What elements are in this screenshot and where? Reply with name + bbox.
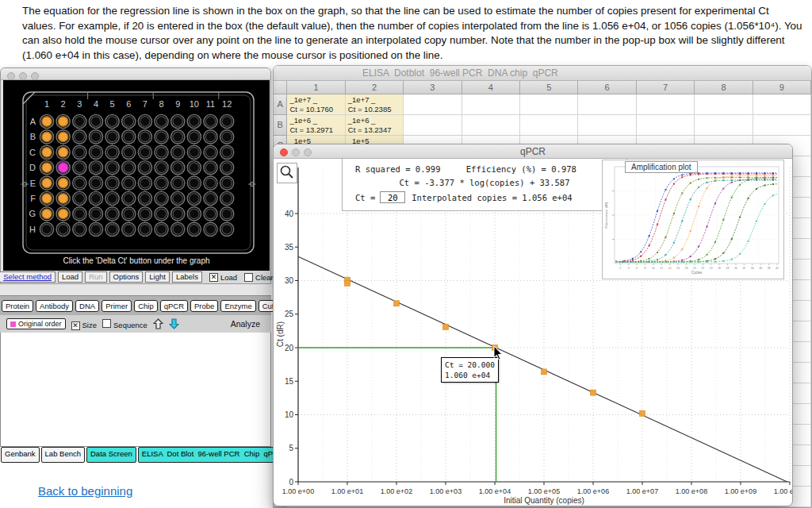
sheet-col-header[interactable]: 5 — [520, 81, 578, 94]
sheet-cell[interactable] — [637, 115, 695, 136]
well-A3[interactable] — [73, 114, 86, 128]
plate-checkbox-clear[interactable]: Clear — [244, 273, 274, 282]
well-H11[interactable] — [204, 222, 217, 236]
screen-tab-data-screen[interactable]: Data Screen — [86, 447, 136, 463]
well-A5[interactable] — [105, 114, 119, 128]
well-F1[interactable] — [40, 191, 53, 205]
sheet-cell[interactable] — [637, 94, 695, 115]
well-F12[interactable] — [220, 191, 234, 205]
plate-graphic[interactable]: 123456789101112ABCDEFGH — [3, 80, 270, 271]
original-order-button[interactable]: Original order — [6, 318, 66, 329]
well-D4[interactable] — [89, 161, 102, 175]
well-G4[interactable] — [89, 207, 102, 221]
well-B12[interactable] — [220, 130, 234, 144]
well-F5[interactable] — [105, 191, 119, 205]
well-C4[interactable] — [89, 145, 102, 159]
tool-button-probe[interactable]: Probe — [190, 300, 218, 312]
well-A11[interactable] — [204, 114, 217, 128]
sheet-cell[interactable] — [695, 115, 753, 136]
well-F2[interactable] — [56, 191, 70, 205]
sheet-col-header[interactable]: 3 — [404, 81, 462, 94]
plate-button-load[interactable]: Load — [58, 271, 82, 283]
well-D1[interactable] — [40, 161, 53, 175]
well-G2[interactable] — [56, 207, 70, 221]
well-A6[interactable] — [122, 114, 136, 128]
well-E11[interactable] — [204, 176, 217, 190]
well-E8[interactable] — [155, 176, 168, 190]
well-E2[interactable] — [56, 176, 70, 190]
sheet-col-header[interactable]: 7 — [637, 81, 695, 94]
zoom-tool-button[interactable] — [277, 163, 297, 183]
well-G11[interactable] — [204, 207, 217, 221]
well-H9[interactable] — [171, 222, 185, 236]
zoom-window-icon[interactable] — [31, 72, 39, 80]
sheet-cell[interactable] — [520, 115, 578, 136]
well-C2[interactable] — [56, 145, 70, 159]
analyze-label[interactable]: Analyze — [231, 319, 260, 329]
sheet-cell[interactable] — [462, 115, 520, 136]
well-H10[interactable] — [187, 222, 201, 236]
well-D8[interactable] — [155, 161, 168, 175]
sheet-cell[interactable] — [520, 94, 578, 115]
well-C12[interactable] — [220, 145, 234, 159]
screen-tab-lab-bench[interactable]: Lab Bench — [41, 447, 85, 463]
well-G6[interactable] — [122, 207, 136, 221]
sequence-checkbox[interactable]: Sequence — [102, 317, 147, 331]
data-point[interactable] — [591, 390, 596, 395]
sheet-row-header[interactable]: B — [274, 115, 287, 136]
well-F11[interactable] — [204, 191, 217, 205]
well-D9[interactable] — [171, 161, 185, 175]
well-H8[interactable] — [155, 222, 168, 236]
sheet-cell[interactable] — [404, 115, 462, 136]
tool-button-chip[interactable]: Chip — [134, 300, 158, 312]
well-H1[interactable] — [40, 222, 53, 236]
well-F9[interactable] — [171, 191, 185, 205]
well-C8[interactable] — [155, 145, 168, 159]
plate-checkbox-load[interactable]: ✕Load — [209, 273, 237, 282]
well-G3[interactable] — [73, 207, 86, 221]
well-G8[interactable] — [155, 207, 168, 221]
plate-button-options[interactable]: Options — [109, 271, 144, 283]
well-H4[interactable] — [89, 222, 102, 236]
tool-button-qpcr[interactable]: qPCR — [160, 300, 188, 312]
well-B3[interactable] — [73, 130, 86, 144]
well-A2[interactable] — [56, 114, 70, 128]
spreadsheet-titlebar[interactable]: ELISA Dotblot 96-well PCR DNA chip qPCR — [274, 66, 811, 81]
sheet-col-header[interactable]: 9 — [753, 81, 811, 94]
close-icon[interactable] — [7, 72, 15, 80]
well-C7[interactable] — [138, 145, 151, 159]
tool-button-protein[interactable]: Protein — [2, 300, 33, 312]
well-E12[interactable] — [220, 176, 234, 190]
well-A4[interactable] — [89, 114, 102, 128]
screen-tab-elisa-dot-blot-96-well-pcr-chip-qpcr[interactable]: ELISA Dot Blot 96-well PCR Chip qPCR — [138, 447, 274, 463]
well-G12[interactable] — [220, 207, 234, 221]
well-H12[interactable] — [220, 222, 234, 236]
well-F4[interactable] — [89, 191, 102, 205]
well-F8[interactable] — [155, 191, 168, 205]
well-E6[interactable] — [122, 176, 136, 190]
well-B8[interactable] — [155, 130, 168, 144]
well-F3[interactable] — [73, 191, 86, 205]
well-C5[interactable] — [105, 145, 119, 159]
well-B2[interactable] — [56, 130, 70, 144]
well-B10[interactable] — [187, 130, 201, 144]
tool-button-antibody[interactable]: Antibody — [36, 300, 73, 312]
plate-window-titlebar[interactable] — [1, 68, 270, 80]
well-D2[interactable] — [56, 161, 70, 175]
plate-button-labels[interactable]: Labels — [172, 271, 202, 283]
sheet-cell[interactable] — [462, 94, 520, 115]
well-H2[interactable] — [56, 222, 70, 236]
well-C9[interactable] — [171, 145, 185, 159]
screen-tab-genbank[interactable]: Genbank — [1, 447, 40, 463]
well-D7[interactable] — [138, 161, 151, 175]
sheet-cell[interactable] — [578, 94, 636, 115]
ct-input[interactable] — [380, 191, 405, 203]
sheet-row-header[interactable]: A — [274, 94, 287, 115]
well-A1[interactable] — [40, 114, 53, 128]
well-G7[interactable] — [138, 207, 151, 221]
well-H5[interactable] — [105, 222, 119, 236]
sheet-cell[interactable]: _1e+7 _ Ct = 10.2385 — [346, 94, 404, 115]
well-A7[interactable] — [138, 114, 151, 128]
data-point[interactable] — [640, 410, 645, 416]
well-D10[interactable] — [187, 161, 201, 175]
